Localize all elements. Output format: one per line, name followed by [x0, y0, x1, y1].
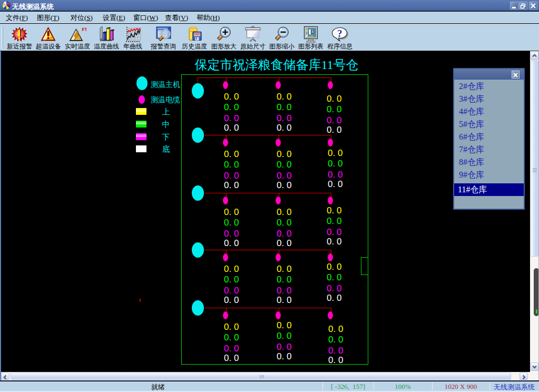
svg-text:FT: FT	[82, 27, 87, 32]
svg-text:?: ?	[337, 28, 342, 39]
